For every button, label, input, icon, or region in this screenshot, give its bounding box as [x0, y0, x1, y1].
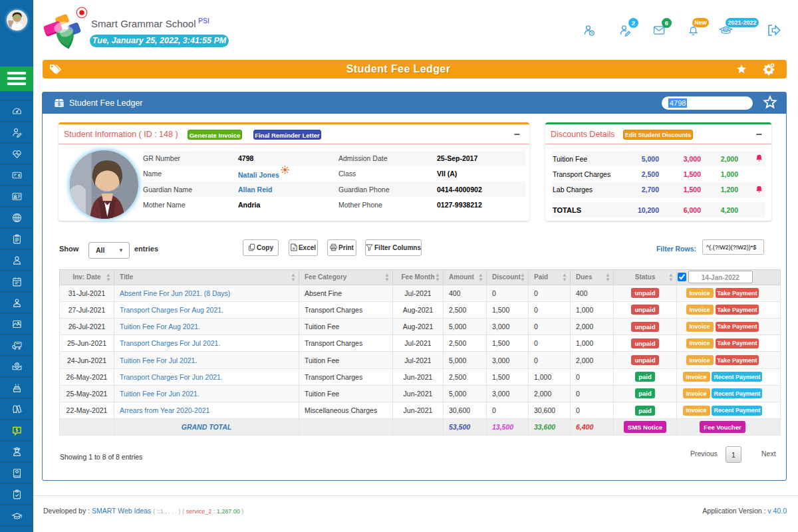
svg-text:$: $ — [58, 102, 61, 107]
